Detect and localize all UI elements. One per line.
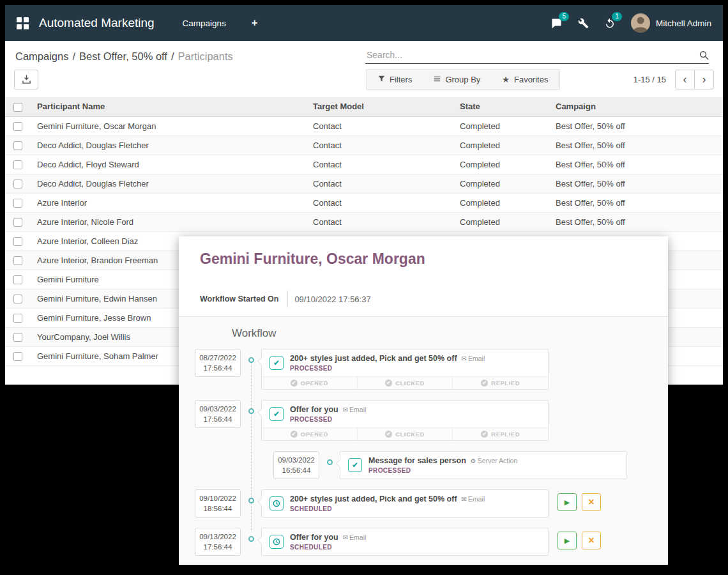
row-checkbox[interactable]	[13, 199, 22, 208]
select-all-cell	[5, 97, 31, 116]
row-checkbox[interactable]	[13, 141, 22, 150]
pager-next-button[interactable]: ›	[694, 70, 714, 89]
status-clicked: ✔CLICKED	[357, 377, 453, 389]
activities-icon[interactable]: 1	[604, 17, 616, 29]
row-checkbox-cell	[5, 212, 31, 231]
row-checkbox[interactable]	[13, 237, 22, 246]
cell-state: Completed	[453, 212, 549, 231]
status-opened: ✔OPENED	[262, 377, 357, 389]
activity-title: Offer for you	[290, 533, 338, 542]
pager-prev-button[interactable]: ‹	[675, 70, 695, 89]
cell-campaign: Best Offer, 50% off	[549, 116, 723, 135]
workflow-activity: 09/03/202216:56:44✔Message for sales per…	[273, 451, 668, 479]
row-checkbox-cell	[5, 308, 31, 327]
row-checkbox[interactable]	[13, 333, 22, 342]
search-options: Filters Group By ★ Favorites	[366, 69, 560, 90]
search-box[interactable]	[365, 49, 709, 64]
row-checkbox-cell	[5, 135, 31, 155]
row-checkbox-cell	[5, 250, 31, 270]
cell-campaign: Best Offer, 50% off	[549, 135, 723, 155]
cancel-activity-button[interactable]: ×	[582, 532, 601, 549]
header-participant-name[interactable]: Participant Name	[31, 97, 307, 116]
app-title: Automated Marketing	[39, 16, 155, 30]
cell-target-model: Contact	[307, 116, 453, 135]
top-navbar: Automated Marketing Campaigns + 5 1 Mitc…	[5, 5, 723, 41]
messages-icon[interactable]: 5	[550, 17, 563, 29]
activity-type: ✉Email	[343, 406, 367, 413]
table-row[interactable]: Deco Addict, Floyd StewardContactComplet…	[5, 155, 723, 174]
cancel-x-icon: ×	[588, 535, 594, 546]
check-icon: ✔	[348, 458, 362, 472]
row-checkbox[interactable]	[13, 295, 22, 303]
header-target-model[interactable]: Target Model	[307, 97, 453, 116]
activity-state: PROCESSED	[368, 467, 619, 474]
breadcrumb-separator: /	[171, 50, 174, 62]
pager-range: 1-15 / 15	[633, 75, 666, 84]
activity-datetime: 09/13/202217:56:44	[195, 528, 241, 556]
control-panel-top: Campaigns/Best Offer, 50% off/Participan…	[5, 41, 723, 64]
workflow-started-value: 09/10/2022 17:56:37	[294, 295, 370, 304]
table-row[interactable]: Azure InteriorContactCompletedBest Offer…	[5, 193, 723, 212]
table-row[interactable]: Deco Addict, Douglas FletcherContactComp…	[5, 135, 723, 155]
favorites-button[interactable]: ★ Favorites	[502, 75, 548, 84]
breadcrumb-campaigns[interactable]: Campaigns	[15, 50, 68, 62]
activity-datetime: 09/03/202216:56:44	[273, 451, 319, 479]
envelope-icon: ✉	[343, 406, 348, 413]
cell-campaign: Best Offer, 50% off	[549, 174, 723, 193]
run-now-button[interactable]: ▶	[557, 493, 577, 511]
header-campaign[interactable]: Campaign	[549, 97, 723, 116]
header-state[interactable]: State	[453, 97, 549, 116]
table-row[interactable]: Gemini Furniture, Oscar MorganContactCom…	[5, 116, 723, 135]
cancel-activity-button[interactable]: ×	[582, 493, 601, 511]
cell-state: Completed	[453, 135, 549, 155]
row-checkbox[interactable]	[13, 256, 22, 265]
filters-label: Filters	[390, 75, 412, 84]
breadcrumb-campaign-name[interactable]: Best Offer, 50% off	[79, 50, 167, 62]
run-now-button[interactable]: ▶	[557, 532, 577, 549]
search-icon[interactable]	[699, 50, 709, 60]
cell-target-model: Contact	[307, 193, 453, 212]
activity-title: 200+ styles just added, Pick and get 50%…	[290, 354, 457, 363]
workflow-activity: 08/27/202217:56:44✔200+ styles just adde…	[195, 349, 668, 390]
cell-target-model: Contact	[307, 174, 453, 193]
table-row[interactable]: Deco Addict, Douglas FletcherContactComp…	[5, 174, 723, 193]
wrench-icon[interactable]	[578, 18, 589, 29]
select-all-checkbox[interactable]	[13, 103, 22, 112]
row-checkbox[interactable]	[13, 160, 22, 169]
activity-actions: ▶×	[557, 493, 601, 511]
activity-type: ✉Email	[343, 533, 367, 541]
activity-card: ✔200+ styles just added, Pick and get 50…	[261, 349, 549, 390]
apps-grid-icon[interactable]	[17, 17, 29, 29]
cell-campaign: Best Offer, 50% off	[549, 212, 723, 231]
row-checkbox-cell	[5, 116, 31, 135]
new-campaign-button[interactable]: +	[252, 17, 257, 29]
export-button[interactable]	[14, 70, 38, 89]
row-checkbox-cell	[5, 327, 31, 346]
row-checkbox-cell	[5, 346, 31, 365]
menu-campaigns[interactable]: Campaigns	[183, 19, 226, 28]
user-menu[interactable]: Mitchell Admin	[631, 13, 711, 33]
table-row[interactable]: Azure Interior, Nicole FordContactComple…	[5, 212, 723, 231]
row-checkbox[interactable]	[13, 352, 22, 361]
filters-button[interactable]: Filters	[378, 75, 412, 84]
envelope-icon: ✉	[343, 534, 348, 541]
row-checkbox[interactable]	[13, 218, 22, 227]
row-checkbox[interactable]	[13, 180, 22, 188]
row-checkbox-cell	[5, 155, 31, 174]
group-by-button[interactable]: Group By	[434, 75, 480, 84]
row-checkbox[interactable]	[13, 122, 22, 131]
activity-datetime: 09/10/202218:56:44	[195, 489, 241, 518]
status-clicked: ✔CLICKED	[357, 428, 453, 440]
breadcrumb-current: Participants	[178, 50, 233, 62]
search-input[interactable]	[365, 49, 699, 61]
chevron-left-icon: ‹	[683, 73, 687, 86]
bars-icon	[434, 75, 441, 84]
row-checkbox-cell	[5, 193, 31, 212]
row-checkbox[interactable]	[13, 314, 22, 323]
chevron-right-icon: ›	[702, 73, 706, 86]
cell-state: Completed	[453, 193, 549, 212]
envelope-icon: ✉	[462, 496, 467, 503]
group-by-label: Group By	[445, 75, 480, 84]
activity-statuses: ✔OPENED✔CLICKED✔REPLIED	[262, 376, 548, 389]
row-checkbox[interactable]	[13, 275, 22, 284]
